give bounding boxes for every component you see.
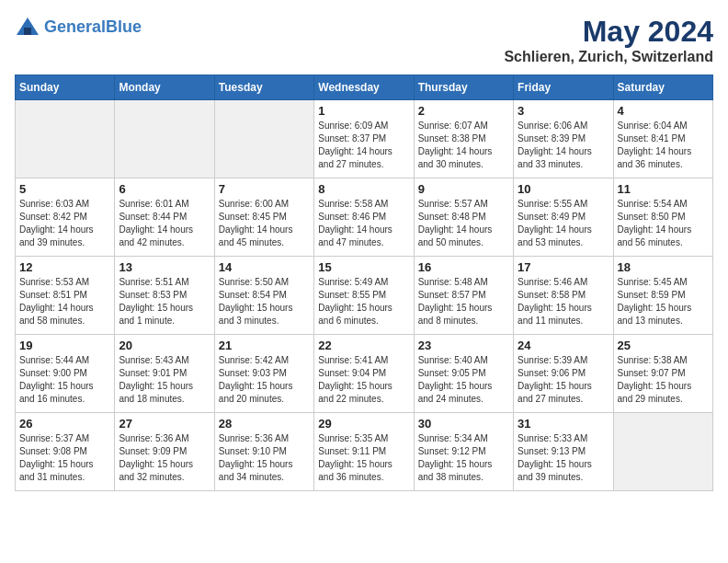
day-number: 29 [318, 417, 409, 431]
day-info: Sunrise: 5:48 AMSunset: 8:57 PMDaylight:… [418, 276, 509, 327]
calendar-cell [16, 100, 115, 178]
day-info: Sunrise: 5:53 AMSunset: 8:51 PMDaylight:… [19, 276, 110, 327]
day-info: Sunrise: 5:50 AMSunset: 8:54 PMDaylight:… [219, 276, 310, 327]
day-header-thursday: Thursday [414, 75, 513, 100]
day-number: 27 [119, 417, 210, 431]
title-section: May 2024 Schlieren, Zurich, Switzerland [504, 15, 713, 65]
day-number: 11 [618, 182, 709, 196]
day-info: Sunrise: 5:41 AMSunset: 9:04 PMDaylight:… [318, 354, 409, 406]
day-number: 8 [318, 182, 409, 196]
day-number: 30 [418, 417, 509, 431]
svg-rect-2 [24, 28, 31, 35]
day-info: Sunrise: 5:51 AMSunset: 8:53 PMDaylight:… [119, 276, 210, 327]
day-header-monday: Monday [115, 75, 214, 100]
calendar-cell [613, 413, 712, 491]
day-info: Sunrise: 5:44 AMSunset: 9:00 PMDaylight:… [19, 354, 110, 406]
calendar-cell: 30Sunrise: 5:34 AMSunset: 9:12 PMDayligh… [414, 413, 513, 491]
day-info: Sunrise: 5:33 AMSunset: 9:13 PMDaylight:… [518, 432, 609, 484]
logo-general: General [44, 17, 106, 36]
calendar-cell: 23Sunrise: 5:40 AMSunset: 9:05 PMDayligh… [414, 335, 513, 413]
calendar-cell: 7Sunrise: 6:00 AMSunset: 8:45 PMDaylight… [214, 178, 313, 257]
logo-icon [15, 15, 40, 40]
week-row-2: 5Sunrise: 6:03 AMSunset: 8:42 PMDaylight… [16, 178, 713, 257]
calendar-table: SundayMondayTuesdayWednesdayThursdayFrid… [15, 75, 713, 491]
day-number: 15 [318, 260, 409, 274]
calendar-cell: 11Sunrise: 5:54 AMSunset: 8:50 PMDayligh… [613, 178, 712, 257]
day-info: Sunrise: 5:34 AMSunset: 9:12 PMDaylight:… [418, 432, 509, 484]
day-header-wednesday: Wednesday [314, 75, 414, 100]
calendar-cell: 3Sunrise: 6:06 AMSunset: 8:39 PMDaylight… [514, 100, 613, 178]
day-number: 9 [418, 182, 509, 196]
day-info: Sunrise: 5:39 AMSunset: 9:06 PMDaylight:… [518, 354, 609, 406]
day-number: 2 [418, 104, 509, 118]
day-number: 1 [318, 104, 409, 118]
day-header-saturday: Saturday [613, 75, 712, 100]
calendar-cell: 17Sunrise: 5:46 AMSunset: 8:58 PMDayligh… [514, 257, 613, 335]
day-number: 26 [19, 417, 110, 431]
day-number: 18 [618, 260, 709, 274]
calendar-cell [115, 100, 214, 178]
calendar-cell: 12Sunrise: 5:53 AMSunset: 8:51 PMDayligh… [16, 257, 115, 335]
day-number: 10 [518, 182, 609, 196]
day-info: Sunrise: 5:46 AMSunset: 8:58 PMDaylight:… [518, 276, 609, 327]
day-info: Sunrise: 5:55 AMSunset: 8:49 PMDaylight:… [518, 198, 609, 249]
calendar-cell [214, 100, 313, 178]
day-header-sunday: Sunday [16, 75, 115, 100]
day-number: 28 [219, 417, 310, 431]
calendar-cell: 28Sunrise: 5:36 AMSunset: 9:10 PMDayligh… [214, 413, 313, 491]
calendar-cell: 26Sunrise: 5:37 AMSunset: 9:08 PMDayligh… [16, 413, 115, 491]
calendar-cell: 24Sunrise: 5:39 AMSunset: 9:06 PMDayligh… [514, 335, 613, 413]
calendar-cell: 1Sunrise: 6:09 AMSunset: 8:37 PMDaylight… [314, 100, 414, 178]
day-info: Sunrise: 5:35 AMSunset: 9:11 PMDaylight:… [318, 432, 409, 484]
location-title: Schlieren, Zurich, Switzerland [504, 49, 713, 65]
calendar-cell: 21Sunrise: 5:42 AMSunset: 9:03 PMDayligh… [214, 335, 313, 413]
day-info: Sunrise: 5:38 AMSunset: 9:07 PMDaylight:… [618, 354, 709, 406]
day-info: Sunrise: 5:49 AMSunset: 8:55 PMDaylight:… [318, 276, 409, 327]
day-info: Sunrise: 6:09 AMSunset: 8:37 PMDaylight:… [318, 120, 409, 171]
day-number: 22 [318, 339, 409, 352]
day-number: 3 [518, 104, 609, 118]
calendar-cell: 22Sunrise: 5:41 AMSunset: 9:04 PMDayligh… [314, 335, 414, 413]
calendar-cell: 27Sunrise: 5:36 AMSunset: 9:09 PMDayligh… [115, 413, 214, 491]
week-row-4: 19Sunrise: 5:44 AMSunset: 9:00 PMDayligh… [16, 335, 713, 413]
day-number: 23 [418, 339, 509, 352]
day-info: Sunrise: 5:57 AMSunset: 8:48 PMDaylight:… [418, 198, 509, 249]
day-header-tuesday: Tuesday [214, 75, 313, 100]
calendar-cell: 9Sunrise: 5:57 AMSunset: 8:48 PMDaylight… [414, 178, 513, 257]
day-info: Sunrise: 5:45 AMSunset: 8:59 PMDaylight:… [618, 276, 709, 327]
calendar-cell: 18Sunrise: 5:45 AMSunset: 8:59 PMDayligh… [613, 257, 712, 335]
day-number: 13 [119, 260, 210, 274]
day-header-friday: Friday [514, 75, 613, 100]
day-number: 31 [518, 417, 609, 431]
calendar-cell: 20Sunrise: 5:43 AMSunset: 9:01 PMDayligh… [115, 335, 214, 413]
calendar-cell: 25Sunrise: 5:38 AMSunset: 9:07 PMDayligh… [613, 335, 712, 413]
month-title: May 2024 [504, 15, 713, 49]
day-number: 19 [19, 339, 110, 352]
day-info: Sunrise: 5:58 AMSunset: 8:46 PMDaylight:… [318, 198, 409, 249]
day-info: Sunrise: 6:00 AMSunset: 8:45 PMDaylight:… [219, 198, 310, 249]
calendar-cell: 6Sunrise: 6:01 AMSunset: 8:44 PMDaylight… [115, 178, 214, 257]
day-number: 21 [219, 339, 310, 352]
calendar-cell: 15Sunrise: 5:49 AMSunset: 8:55 PMDayligh… [314, 257, 414, 335]
day-number: 5 [19, 182, 110, 196]
day-number: 6 [119, 182, 210, 196]
calendar-cell: 10Sunrise: 5:55 AMSunset: 8:49 PMDayligh… [514, 178, 613, 257]
calendar-cell: 5Sunrise: 6:03 AMSunset: 8:42 PMDaylight… [16, 178, 115, 257]
day-info: Sunrise: 6:01 AMSunset: 8:44 PMDaylight:… [119, 198, 210, 249]
day-info: Sunrise: 5:54 AMSunset: 8:50 PMDaylight:… [618, 198, 709, 249]
day-number: 12 [19, 260, 110, 274]
day-info: Sunrise: 5:36 AMSunset: 9:09 PMDaylight:… [119, 432, 210, 484]
calendar-cell: 4Sunrise: 6:04 AMSunset: 8:41 PMDaylight… [613, 100, 712, 178]
page-header: GeneralBlue May 2024 Schlieren, Zurich, … [15, 15, 713, 65]
day-info: Sunrise: 5:36 AMSunset: 9:10 PMDaylight:… [219, 432, 310, 484]
day-info: Sunrise: 5:43 AMSunset: 9:01 PMDaylight:… [119, 354, 210, 406]
day-number: 25 [618, 339, 709, 352]
logo-text-line1: GeneralBlue [44, 18, 142, 37]
calendar-cell: 8Sunrise: 5:58 AMSunset: 8:46 PMDaylight… [314, 178, 414, 257]
calendar-header: SundayMondayTuesdayWednesdayThursdayFrid… [16, 75, 713, 100]
week-row-5: 26Sunrise: 5:37 AMSunset: 9:08 PMDayligh… [16, 413, 713, 491]
day-number: 24 [518, 339, 609, 352]
calendar-cell: 13Sunrise: 5:51 AMSunset: 8:53 PMDayligh… [115, 257, 214, 335]
day-number: 7 [219, 182, 310, 196]
day-info: Sunrise: 6:06 AMSunset: 8:39 PMDaylight:… [518, 120, 609, 171]
